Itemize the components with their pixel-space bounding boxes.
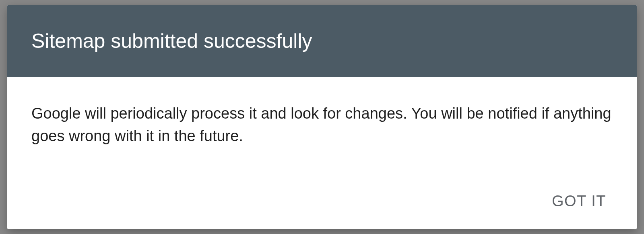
got-it-button[interactable]: GOT IT [544,188,614,215]
confirmation-dialog: Sitemap submitted successfully Google wi… [7,5,637,229]
dialog-body: Google will periodically process it and … [7,77,637,173]
dialog-footer: GOT IT [7,173,637,229]
dialog-message: Google will periodically process it and … [31,102,613,147]
dialog-header: Sitemap submitted successfully [7,5,637,77]
dialog-title: Sitemap submitted successfully [31,29,312,53]
